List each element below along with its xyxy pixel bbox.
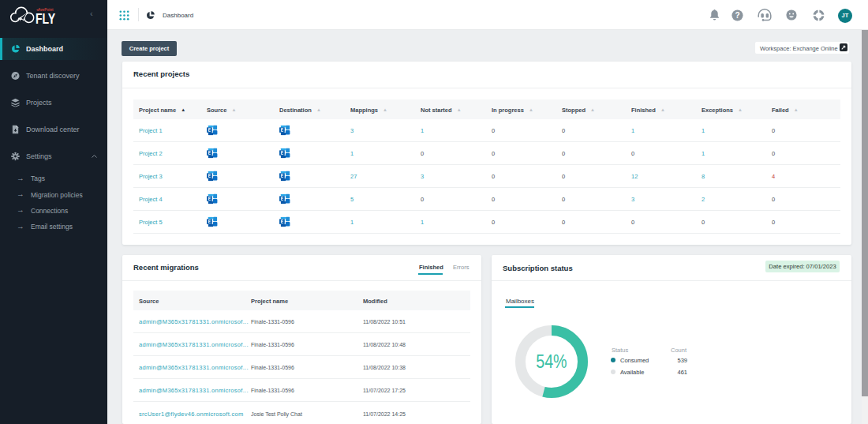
svg-text:54%: 54% [536,351,567,373]
svg-text:?: ? [735,11,739,20]
